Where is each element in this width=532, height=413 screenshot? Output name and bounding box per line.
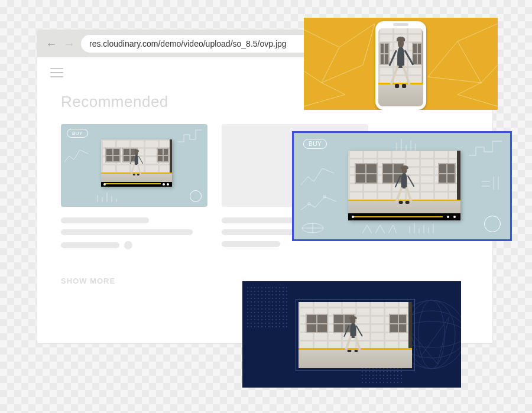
url-text: res.cloudinary.com/demo/video/upload/so_…: [89, 39, 287, 48]
stage: ← → res.cloudinary.com/demo/video/upload…: [0, 0, 532, 413]
recommended-card[interactable]: BUY: [61, 124, 207, 253]
back-button[interactable]: ←: [46, 38, 57, 50]
phone-notch: [393, 23, 408, 26]
buy-badge: BUY: [67, 129, 88, 138]
card-skeleton-text: [61, 217, 207, 249]
framed-video-still: [296, 299, 415, 371]
zoomed-thumbnail-highlight: BUY: [292, 131, 512, 241]
video-player-preview: [101, 139, 172, 187]
like-icon: [484, 216, 501, 232]
mobile-preview-panel: [304, 18, 498, 110]
dark-preview-panel: [242, 281, 461, 388]
phone-screen: [378, 28, 423, 106]
video-thumbnail[interactable]: BUY: [61, 124, 207, 207]
like-icon: [190, 190, 202, 202]
hamburger-icon[interactable]: [50, 68, 63, 77]
video-player-preview: [348, 151, 460, 220]
svg-point-6: [419, 300, 445, 369]
buy-badge: BUY: [303, 139, 327, 149]
phone-mockup: [375, 21, 426, 110]
svg-point-7: [408, 300, 455, 369]
forward-button[interactable]: →: [63, 38, 75, 50]
